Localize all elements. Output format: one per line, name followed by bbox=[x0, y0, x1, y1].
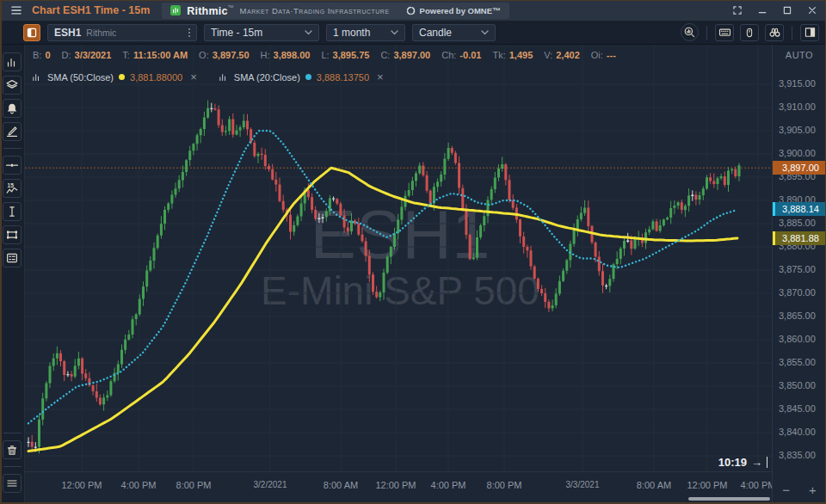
quote-label: O: bbox=[199, 50, 209, 60]
sidebar-list-button[interactable] bbox=[3, 474, 22, 493]
sidebar-layers-button[interactable] bbox=[3, 76, 22, 95]
price-axis-label: 3,865.00 bbox=[779, 310, 816, 321]
indicator-bars-icon bbox=[218, 71, 229, 83]
quote-label: T: bbox=[122, 50, 130, 60]
quote-item: T:11:15:00 AM bbox=[122, 50, 188, 60]
go-to-latest-icon[interactable]: → bbox=[751, 456, 762, 469]
time-axis-tick: 3/3/2021 bbox=[566, 480, 600, 489]
zoom-out-button[interactable]: − bbox=[782, 482, 790, 497]
interval-select[interactable]: Time - 15m bbox=[204, 24, 319, 41]
indicator-remove-button[interactable]: × bbox=[377, 71, 384, 83]
quote-value: 3,897.00 bbox=[393, 50, 430, 60]
range-value: 1 month bbox=[333, 27, 370, 39]
indicator-name: SMA (20:Close) bbox=[234, 72, 300, 83]
indicator-remove-button[interactable]: × bbox=[190, 71, 197, 83]
sidebar-vline-button[interactable] bbox=[3, 202, 22, 221]
time-axis-tick: 12:00 PM bbox=[61, 480, 102, 490]
sidebar-trash-button[interactable] bbox=[3, 440, 22, 459]
time-axis-tick: 4:00 PM bbox=[121, 480, 157, 490]
sidebar-waves-button[interactable]: 15 bbox=[3, 179, 22, 198]
sidebar-rect-button[interactable] bbox=[3, 225, 22, 244]
menu-hamburger-icon[interactable] bbox=[10, 5, 22, 15]
quote-label: D: bbox=[62, 50, 71, 60]
sidebar-alerts-button[interactable] bbox=[3, 99, 22, 118]
indicator-row: SMA (50:Close)3,881.88000×SMA (20:Close)… bbox=[31, 71, 384, 83]
indicator-chip[interactable]: SMA (50:Close)3,881.88000× bbox=[31, 71, 197, 83]
price-axis[interactable]: AUTO − + 3,835.003,840.003,845.003,850.0… bbox=[772, 45, 826, 504]
indicator-bars-icon bbox=[31, 71, 42, 83]
main-area: 15 ESH1 E-Mini S&P 500 B:0D:3/3/2021T:11… bbox=[0, 45, 826, 504]
zoom-in-button[interactable]: + bbox=[809, 482, 817, 497]
quote-item: D:3/3/2021 bbox=[62, 50, 112, 60]
auto-scale-label: AUTO bbox=[773, 50, 826, 60]
watermark-description: E-Mini S&P 500 bbox=[261, 268, 539, 313]
quote-value: 11:15:00 AM bbox=[133, 50, 188, 60]
search-indicator-icon[interactable] bbox=[681, 23, 699, 41]
indicator-chip[interactable]: SMA (20:Close)3,888.13750× bbox=[218, 71, 384, 83]
symbol-menu-icon[interactable] bbox=[188, 28, 190, 37]
price-axis-label: 3,885.00 bbox=[779, 218, 816, 228]
omne-logo-icon bbox=[406, 6, 416, 15]
powered-by-label: Powered by OMNE™ bbox=[420, 6, 501, 15]
sidebar-draw-button[interactable] bbox=[3, 122, 22, 141]
price-axis-label: 3,900.00 bbox=[779, 148, 816, 158]
quote-item: O:3,897.50 bbox=[199, 50, 249, 60]
fullscreen-icon[interactable] bbox=[732, 5, 743, 15]
drawing-toolbar: 15 bbox=[0, 45, 25, 504]
time-axis-tick: 4:00 PM bbox=[741, 480, 772, 490]
indicator-color-dot bbox=[305, 74, 311, 80]
horizontal-scrollbar[interactable] bbox=[688, 497, 770, 501]
mouse-icon[interactable] bbox=[740, 24, 759, 41]
brand-name: Rithmic bbox=[187, 5, 227, 17]
rithmic-logo-icon bbox=[170, 5, 181, 15]
toolbar: ESH1 Rithmic Time - 15m 1 month Candle bbox=[0, 21, 826, 45]
price-axis-label: 3,910.00 bbox=[779, 101, 816, 112]
interval-value: Time - 15m bbox=[211, 27, 262, 39]
indicator-color-dot bbox=[119, 74, 125, 80]
time-axis-tick: 8:00 PM bbox=[176, 480, 212, 490]
quote-label: Oi: bbox=[591, 50, 603, 60]
time-axis-tick: 3/2/2021 bbox=[254, 480, 287, 489]
panel-toggle-button[interactable] bbox=[23, 24, 40, 41]
quote-value: -0.01 bbox=[459, 50, 481, 60]
keyboard-icon[interactable] bbox=[715, 24, 734, 41]
quote-value: 0 bbox=[45, 50, 50, 60]
indicator-value: 3,888.13750 bbox=[317, 72, 369, 83]
quote-value: --- bbox=[607, 50, 616, 60]
quote-item: C:3,897.00 bbox=[380, 50, 430, 60]
price-axis-label: 3,835.00 bbox=[779, 450, 816, 460]
titlebar: Chart ESH1 Time - 15m Rithmic™ Market Da… bbox=[0, 0, 826, 21]
right-panel-icon[interactable] bbox=[800, 24, 819, 41]
quote-label: Ch: bbox=[441, 50, 456, 60]
close-icon[interactable] bbox=[807, 5, 817, 15]
sidebar-objects-button[interactable] bbox=[3, 249, 22, 267]
brand-tagline: Market Data·Trading Infrastructure bbox=[240, 6, 390, 15]
chevron-down-icon bbox=[305, 30, 312, 35]
maximize-icon[interactable] bbox=[782, 5, 792, 15]
binoculars-icon[interactable] bbox=[765, 24, 784, 41]
quote-value: 3/3/2021 bbox=[75, 50, 112, 60]
sidebar-indicator-button[interactable] bbox=[3, 52, 22, 71]
sidebar-crosshair-button[interactable] bbox=[3, 156, 22, 175]
sidebar-separator bbox=[3, 433, 22, 433]
time-axis-tick: 4:00 PM bbox=[431, 480, 466, 490]
price-axis-label: 3,905.00 bbox=[779, 125, 816, 135]
range-select[interactable]: 1 month bbox=[326, 24, 405, 41]
price-axis-label: 3,915.00 bbox=[779, 78, 816, 89]
time-axis[interactable]: 12:00 PM4:00 PM8:00 PM3/2/20218:00 AM12:… bbox=[25, 472, 772, 504]
chart-canvas[interactable]: ESH1 E-Mini S&P 500 bbox=[25, 45, 772, 472]
time-axis-tick: 8:00 PM bbox=[487, 480, 522, 490]
powered-by: Powered by OMNE™ bbox=[406, 6, 501, 15]
quote-value: 3,895.75 bbox=[333, 50, 370, 60]
indicator-value: 3,881.88000 bbox=[130, 72, 182, 83]
window-title: Chart ESH1 Time - 15m bbox=[32, 4, 150, 16]
quote-item: Oi:--- bbox=[591, 50, 616, 60]
quote-item: Tk:1,495 bbox=[492, 50, 533, 60]
symbol-field[interactable]: ESH1 Rithmic bbox=[47, 24, 197, 41]
chart-region: ESH1 E-Mini S&P 500 B:0D:3/3/2021T:11:15… bbox=[25, 45, 772, 504]
quote-item: Ch:-0.01 bbox=[441, 50, 481, 60]
minimize-icon[interactable] bbox=[757, 5, 767, 15]
bar-countdown: 10:19 → bbox=[718, 456, 767, 469]
time-axis-tick: 8:00 AM bbox=[637, 480, 671, 490]
chart-style-select[interactable]: Candle bbox=[412, 24, 496, 41]
